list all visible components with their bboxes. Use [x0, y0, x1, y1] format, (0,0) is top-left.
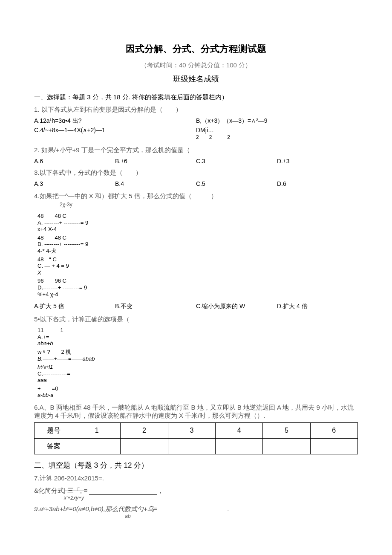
q4-option-a: A.扩大 5 倍 — [34, 302, 115, 311]
q9-blank[interactable] — [159, 513, 228, 513]
q8-blank[interactable] — [89, 494, 157, 495]
q4-frac-d: 96 96 C D.--------+ ---------= 9 %+4 χ-4 — [37, 277, 199, 298]
q5-b-mid: B.——+——=——abab — [37, 356, 199, 362]
q5-c-top: h¹⁄₈+l1 — [37, 364, 199, 370]
page-title: 因式分解、分式、分式方程测试题 — [34, 43, 358, 55]
q2-option-b: B.±6 — [115, 157, 196, 165]
q5-a-bot: aba+b — [37, 340, 199, 347]
table-col-6: 6 — [310, 423, 357, 439]
answer-cell-5[interactable] — [263, 439, 310, 454]
answer-cell-4[interactable] — [216, 439, 263, 454]
answer-table: 题号 1 2 3 4 5 6 答案 — [34, 422, 358, 454]
q4-stem: 4.如果把一^—中的 X 和）都扩大 5 倍，那么分式的值（ ） 2χ-3y — [34, 192, 358, 208]
q4-frac-a: 48 48 C A. --------+ ---------= 9 x+4 X-… — [37, 212, 199, 234]
q5-c-mid: C.-------------=— — [37, 370, 199, 377]
q6-stem: 6.A、B 两地相距 48 千米，一艘轮船从 A 地顺流航行至 B 地，又立即从… — [34, 404, 358, 420]
q2-option-a: A.6 — [34, 157, 115, 165]
q5-frac-a: 11 1 A.+= aba+b — [37, 326, 199, 348]
q4-c-mid: C. — + 4 = 9 — [37, 263, 199, 269]
q4-a-mid: A. --------+ ---------= 9 — [37, 220, 199, 226]
q8-tail: ， — [157, 487, 164, 494]
q4-b-mid: B. --------+ ---------= 9 — [37, 241, 199, 248]
q4-option-c: C.缩小为原来的 W — [196, 302, 277, 311]
q5-stem: 5•以下各式，计算正确的选项是（ — [34, 315, 358, 324]
answer-cell-3[interactable] — [168, 439, 215, 454]
table-col-5: 5 — [263, 423, 310, 439]
q1-d-text: DMji… — [196, 127, 214, 133]
q4-d-mid: D.--------+ ---------= 9 — [37, 284, 199, 291]
q2-option-c: C.3 — [196, 157, 277, 165]
q4-d-top: 96 96 C — [37, 278, 199, 284]
q5-c-bot: aaa — [37, 377, 199, 384]
q4-c-top: 48 “ C — [37, 256, 199, 263]
q9-main: 9.a²+3ab+b²=0(a≠0,b≠0),那么代数式勺+乌= — [34, 505, 159, 512]
q4-stem-sub: 2χ-3y — [60, 202, 72, 208]
q4-a-top: 48 48 C — [37, 213, 199, 220]
table-col-2: 2 — [121, 423, 168, 439]
q5-d-bot: a-bb-a — [37, 392, 199, 399]
q4-c-bot: X — [37, 269, 199, 276]
q5-d-top: + =0 — [37, 385, 199, 392]
q5-frac-c: h¹⁄₈+l1 C.-------------=— aaa — [37, 363, 199, 384]
q5-b-top: w〃? 2 机 — [37, 349, 199, 356]
q5-frac-d: + =0 a-bb-a — [37, 384, 199, 399]
q1-d-sub: 2 2 2 — [196, 134, 230, 140]
q1-option-b: B,（x+3）（x—3）=∧²—9 — [196, 116, 358, 126]
q4-d-bot: %+4 χ-4 — [37, 291, 199, 298]
q2-option-d: D.±3 — [277, 157, 358, 165]
table-col-3: 3 — [168, 423, 215, 439]
q4-a-bot: x+4 X-4 — [37, 226, 199, 233]
q9-sub: ab — [119, 513, 136, 519]
table-col-4: 4 — [216, 423, 263, 439]
section-2-heading: 二、填空题（每题 3 分，共 12 分） — [34, 460, 358, 470]
header-fields: 班级姓名成绩 — [34, 74, 358, 84]
q8-sub: x'+2xy+y — [64, 495, 358, 501]
table-row1-label: 题号 — [35, 423, 73, 439]
q3-stem: 3.以下各式中，分式的个数是（ ） — [34, 169, 358, 177]
q4-option-d: D.扩大 4 倍 — [277, 302, 358, 311]
q4-b-top: 48 48 C — [37, 234, 199, 241]
answer-cell-2[interactable] — [121, 439, 168, 454]
q2-stem: 2. 如果/+小守+9 丁是一个完全平方式，那么机的值是（ — [34, 146, 358, 154]
q4-b-bot: 4-* 4-犬 — [37, 248, 199, 254]
q3-option-a: A.3 — [34, 179, 115, 188]
q3-option-b: B.4 — [115, 179, 196, 188]
q4-frac-b: 48 48 C B. --------+ ---------= 9 4-* 4-… — [37, 234, 199, 255]
q1-option-a: A.12a¹h=3α•4 出? — [34, 116, 196, 126]
q5-a-mid: A.+= — [37, 334, 199, 341]
q7: 7.计算 206-2014x2015=. — [34, 474, 358, 483]
q5-frac-b: w〃? 2 机 B.——+——=——abab — [37, 348, 199, 363]
answer-cell-1[interactable] — [73, 439, 121, 454]
q5-a-top: 11 1 — [37, 327, 199, 334]
q3-option-d: D.6 — [277, 179, 358, 188]
q4-stem-text: 4.如果把一^—中的 X 和）都扩大 5 倍，那么分式的值（ ） — [34, 192, 217, 199]
q9-tail: . — [228, 505, 229, 512]
q4-option-b: B.不变 — [115, 302, 196, 311]
q9: 9.a²+3ab+b²=0(a≠0,b≠0),那么代数式勺+乌= . ab — [34, 505, 358, 519]
q8-strike: | 三「, = — [64, 487, 87, 494]
table-row2-label: 答案 — [35, 439, 73, 454]
table-col-1: 1 — [73, 423, 121, 439]
q1-option-c: C.4/~+8x—1—4X(∧+2)—1 — [34, 126, 196, 142]
q1-option-d: DMji… 2 2 2 — [196, 126, 358, 142]
q4-frac-c: 48 “ C C. — + 4 = 9 X — [37, 255, 199, 277]
q1-stem: 1. 以下各式从左到右的变形是因式分解的是（ ） — [34, 106, 358, 114]
q8: &化简分式| 三「, = ， x'+2xy+y — [34, 487, 358, 501]
q8-pre: &化简分式 — [34, 487, 64, 494]
exam-info: （考试时间：40 分钟总分值：100 分） — [34, 61, 358, 69]
answer-cell-6[interactable] — [310, 439, 357, 454]
q3-option-c: C.5 — [196, 179, 277, 188]
section-1-heading: 一、选择题：每题 3 分，共 18 分. 将你的答案填在后面的答题栏内） — [34, 93, 358, 101]
